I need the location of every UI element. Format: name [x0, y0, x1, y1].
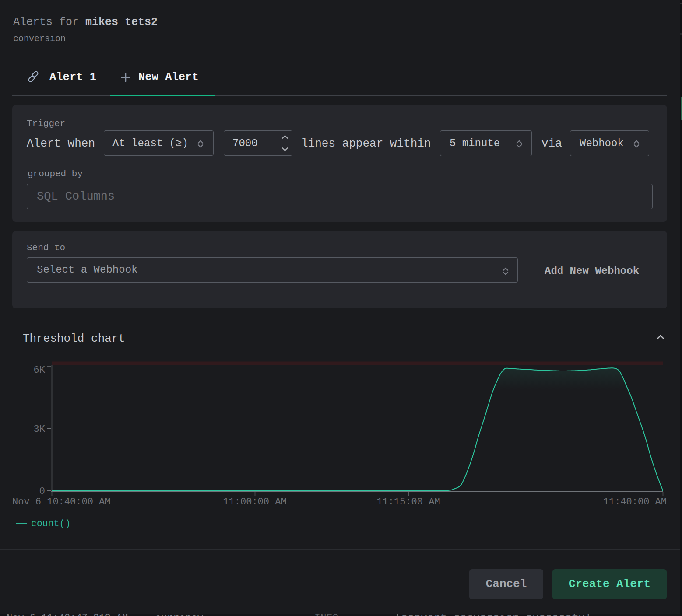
svg-text:11:40:00 AM: 11:40:00 AM [603, 497, 667, 508]
svg-text:11:00:00 AM: 11:00:00 AM [223, 497, 286, 508]
svg-text:0: 0 [39, 486, 45, 497]
svg-text:3K: 3K [34, 424, 46, 435]
svg-text:count(): count() [31, 518, 70, 529]
svg-text:11:15:00 AM: 11:15:00 AM [376, 497, 440, 508]
svg-text:6K: 6K [34, 365, 46, 376]
svg-text:Nov 6 10:40:00 AM: Nov 6 10:40:00 AM [12, 497, 110, 508]
